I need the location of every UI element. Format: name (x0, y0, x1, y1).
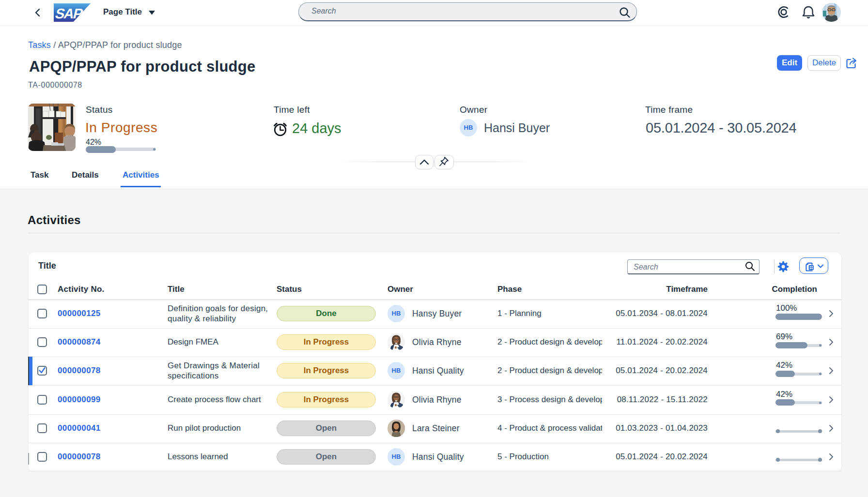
svg-text:SAP: SAP (54, 5, 85, 21)
